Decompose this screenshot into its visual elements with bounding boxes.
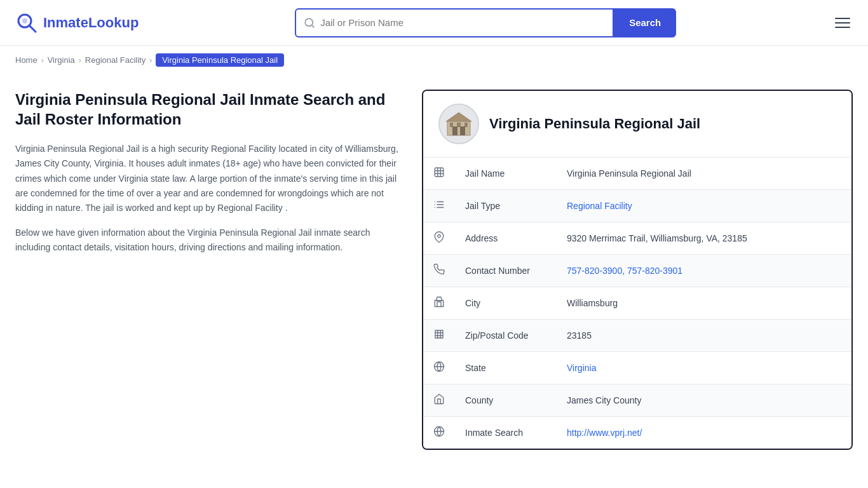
zip-icon [423, 320, 455, 352]
row-value[interactable]: 757-820-3900, 757-820-3901 [557, 255, 851, 287]
menu-line-1 [835, 18, 850, 19]
row-label: Inmate Search [455, 417, 557, 449]
row-label: County [455, 384, 557, 417]
logo[interactable]: InmateLookup [15, 11, 139, 34]
svg-rect-7 [460, 126, 465, 135]
row-label: Address [455, 222, 557, 255]
row-label: State [455, 352, 557, 384]
breadcrumb-chevron-3: › [149, 56, 152, 65]
svg-marker-8 [446, 112, 471, 121]
row-label: City [455, 287, 557, 320]
jail-icon [423, 158, 455, 190]
right-column: Virginia Peninsula Regional Jail Jail Na… [422, 90, 853, 450]
menu-button[interactable] [832, 15, 853, 30]
type-icon [423, 190, 455, 222]
row-link[interactable]: 757-820-3900, 757-820-3901 [567, 266, 682, 276]
row-link[interactable]: http://www.vprj.net/ [567, 428, 642, 438]
svg-rect-11 [457, 123, 461, 127]
city-icon [423, 287, 455, 320]
menu-line-2 [835, 22, 850, 24]
header: InmateLookup Search [0, 0, 868, 46]
info-table: Jail NameVirginia Peninsula Regional Jai… [423, 157, 851, 449]
card-header: Virginia Peninsula Regional Jail [423, 91, 851, 157]
state-icon [423, 352, 455, 384]
page-title: Virginia Peninsula Regional Jail Inmate … [15, 90, 402, 129]
row-value: Williamsburg [557, 287, 851, 320]
table-row: Jail TypeRegional Facility [423, 190, 851, 222]
breadcrumb-current: Virginia Peninsula Regional Jail [156, 53, 284, 67]
building-icon [444, 109, 474, 139]
breadcrumb: Home › Virginia › Regional Facility › Vi… [0, 46, 868, 74]
page-description-1: Virginia Peninsula Regional Jail is a hi… [15, 142, 402, 215]
web-icon [423, 417, 455, 449]
row-label: Jail Type [455, 190, 557, 222]
main-content: Virginia Peninsula Regional Jail Inmate … [0, 74, 868, 475]
search-button[interactable]: Search [614, 8, 676, 37]
breadcrumb-chevron-1: › [41, 56, 44, 65]
breadcrumb-home[interactable]: Home [15, 55, 37, 65]
row-value: James City County [557, 384, 851, 417]
row-value: 23185 [557, 320, 851, 352]
svg-point-2 [22, 18, 27, 24]
menu-line-3 [835, 27, 850, 28]
phone-icon [423, 255, 455, 287]
breadcrumb-regional-facility[interactable]: Regional Facility [85, 55, 146, 65]
row-label: Jail Name [455, 158, 557, 190]
search-icon [304, 17, 315, 29]
table-row: CountyJames City County [423, 384, 851, 417]
svg-rect-6 [452, 126, 458, 135]
facility-avatar [438, 104, 479, 144]
table-row: Address9320 Merrimac Trail, Williamsburg… [423, 222, 851, 255]
page-description-2: Below we have given information about th… [15, 226, 402, 255]
row-value[interactable]: http://www.vprj.net/ [557, 417, 851, 449]
row-link[interactable]: Virginia [567, 363, 596, 373]
search-wrapper [295, 8, 614, 37]
breadcrumb-virginia[interactable]: Virginia [48, 55, 75, 65]
table-row: Contact Number757-820-3900, 757-820-3901 [423, 255, 851, 287]
svg-rect-12 [435, 168, 444, 177]
svg-point-23 [438, 234, 441, 238]
svg-line-4 [312, 25, 314, 27]
row-value: 9320 Merrimac Trail, Williamsburg, VA, 2… [557, 222, 851, 255]
facility-card: Virginia Peninsula Regional Jail Jail Na… [422, 90, 853, 450]
row-link[interactable]: Regional Facility [567, 201, 632, 211]
table-row: CityWilliamsburg [423, 287, 851, 320]
search-input[interactable] [320, 17, 605, 28]
row-label: Contact Number [455, 255, 557, 287]
search-area: Search [295, 8, 676, 37]
row-label: Zip/Postal Code [455, 320, 557, 352]
table-row: Zip/Postal Code23185 [423, 320, 851, 352]
logo-text: InmateLookup [43, 15, 139, 31]
svg-rect-24 [435, 301, 444, 307]
row-value: Virginia Peninsula Regional Jail [557, 158, 851, 190]
card-title: Virginia Peninsula Regional Jail [489, 116, 700, 132]
svg-rect-9 [450, 123, 453, 127]
table-row: Jail NameVirginia Peninsula Regional Jai… [423, 158, 851, 190]
svg-rect-10 [465, 123, 468, 127]
breadcrumb-chevron-2: › [79, 56, 81, 65]
table-row: Inmate Searchhttp://www.vprj.net/ [423, 417, 851, 449]
row-value[interactable]: Regional Facility [557, 190, 851, 222]
row-value[interactable]: Virginia [557, 352, 851, 384]
logo-icon [15, 11, 38, 34]
left-column: Virginia Peninsula Regional Jail Inmate … [15, 90, 422, 255]
table-row: StateVirginia [423, 352, 851, 384]
county-icon [423, 384, 455, 417]
address-icon [423, 222, 455, 255]
svg-line-1 [29, 25, 36, 32]
